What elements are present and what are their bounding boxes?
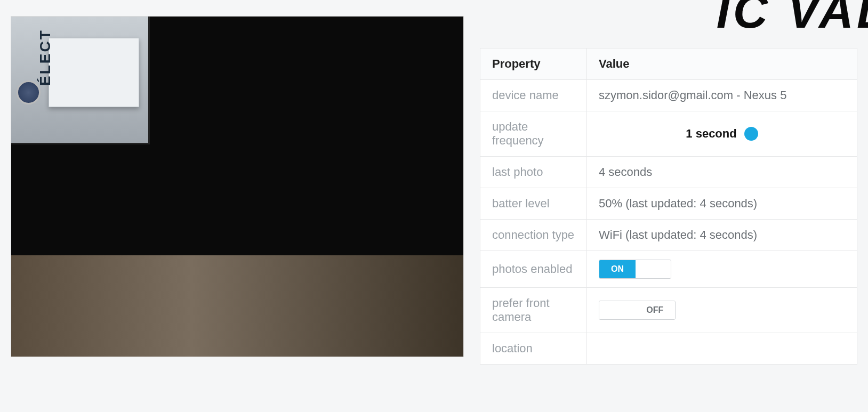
camera-photo-preview: ÉLECT bbox=[11, 16, 464, 357]
photo-poster-box bbox=[49, 38, 139, 107]
table-row: batter level 50% (last updated: 4 second… bbox=[480, 188, 857, 220]
property-key: photos enabled bbox=[480, 251, 587, 288]
toggle-off-label: OFF bbox=[634, 301, 675, 319]
property-key: batter level bbox=[480, 188, 587, 220]
toggle-off-side bbox=[636, 260, 671, 278]
property-value-prefer-front-camera: OFF bbox=[587, 288, 857, 333]
property-value-battery-level: 50% (last updated: 4 seconds) bbox=[587, 188, 857, 220]
column-header-value: Value bbox=[587, 49, 857, 80]
update-frequency-slider[interactable]: 1 second bbox=[599, 127, 845, 141]
property-value-last-photo: 4 seconds bbox=[587, 157, 857, 188]
property-key: location bbox=[480, 333, 587, 365]
property-key: last photo bbox=[480, 157, 587, 188]
property-key: update frequency bbox=[480, 111, 587, 157]
property-key: prefer front camera bbox=[480, 288, 587, 333]
toggle-on-label: ON bbox=[599, 260, 636, 278]
properties-panel: Property Value device name szymon.sidor@… bbox=[480, 48, 857, 365]
table-row: connection type WiFi (last updated: 4 se… bbox=[480, 220, 857, 251]
property-key: connection type bbox=[480, 220, 587, 251]
table-header-row: Property Value bbox=[480, 49, 857, 80]
property-key: device name bbox=[480, 80, 587, 111]
slider-thumb-icon[interactable] bbox=[744, 127, 758, 141]
photo-side-text: ÉLECT bbox=[37, 29, 54, 86]
toggle-on-side bbox=[599, 301, 634, 319]
property-value-photos-enabled: ON bbox=[587, 251, 857, 288]
prefer-front-camera-toggle[interactable]: OFF bbox=[599, 301, 676, 320]
properties-table: Property Value device name szymon.sidor@… bbox=[480, 48, 857, 365]
table-row: location bbox=[480, 333, 857, 365]
column-header-property: Property bbox=[480, 49, 587, 80]
property-value-device-name: szymon.sidor@gmail.com - Nexus 5 bbox=[587, 80, 857, 111]
table-row: last photo 4 seconds bbox=[480, 157, 857, 188]
property-value-connection-type: WiFi (last updated: 4 seconds) bbox=[587, 220, 857, 251]
property-value-location bbox=[587, 333, 857, 365]
slider-value-label: 1 second bbox=[686, 127, 736, 141]
main-content: ÉLECT Property Value device name szymon.… bbox=[0, 0, 868, 365]
page-title: IC VAL bbox=[717, 0, 868, 39]
table-row: prefer front camera OFF bbox=[480, 288, 857, 333]
property-value-update-frequency[interactable]: 1 second bbox=[587, 111, 857, 157]
photo-floor-region bbox=[11, 255, 463, 357]
table-row: device name szymon.sidor@gmail.com - Nex… bbox=[480, 80, 857, 111]
table-row: update frequency 1 second bbox=[480, 111, 857, 157]
photos-enabled-toggle[interactable]: ON bbox=[599, 260, 671, 279]
table-row: photos enabled ON bbox=[480, 251, 857, 288]
